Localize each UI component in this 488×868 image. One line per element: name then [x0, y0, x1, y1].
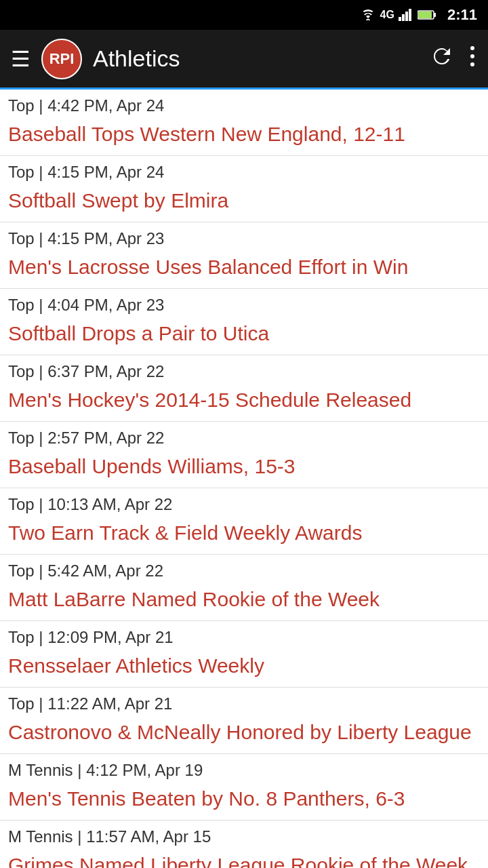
svg-rect-0	[399, 17, 401, 21]
app-logo: RPI	[41, 39, 82, 79]
status-icons: 4G	[360, 9, 436, 21]
news-item: Top | 4:04 PM, Apr 23Softball Drops a Pa…	[0, 289, 488, 355]
news-meta: Top | 4:15 PM, Apr 23	[0, 222, 488, 251]
app-bar: ☰ RPI Athletics	[0, 30, 488, 90]
news-title[interactable]: Softball Swept by Elmira	[0, 184, 488, 222]
app-bar-actions	[430, 44, 477, 74]
menu-icon[interactable]: ☰	[11, 46, 30, 72]
signal-icon	[399, 9, 413, 21]
news-meta: Top | 4:04 PM, Apr 23	[0, 289, 488, 317]
news-title[interactable]: Matt LaBarre Named Rookie of the Week	[0, 583, 488, 620]
news-item: Top | 5:42 AM, Apr 22Matt LaBarre Named …	[0, 555, 488, 621]
wifi-icon	[360, 9, 376, 21]
news-meta: Top | 5:42 AM, Apr 22	[0, 555, 488, 583]
news-title[interactable]: Softball Drops a Pair to Utica	[0, 317, 488, 355]
network-indicator: 4G	[380, 9, 394, 21]
status-time: 2:11	[447, 6, 477, 24]
news-item: Top | 4:15 PM, Apr 23Men's Lacrosse Uses…	[0, 222, 488, 289]
news-title[interactable]: Men's Tennis Beaten by No. 8 Panthers, 6…	[0, 783, 488, 820]
news-item: Top | 4:42 PM, Apr 24Baseball Tops Weste…	[0, 90, 488, 156]
news-item: Top | 10:13 AM, Apr 22Two Earn Track & F…	[0, 488, 488, 555]
news-title[interactable]: Castronovo & McNeally Honored by Liberty…	[0, 716, 488, 753]
news-title[interactable]: Rensselaer Athletics Weekly	[0, 650, 488, 687]
news-item: Top | 4:15 PM, Apr 24Softball Swept by E…	[0, 156, 488, 222]
news-item: M Tennis | 4:12 PM, Apr 19Men's Tennis B…	[0, 754, 488, 821]
svg-rect-2	[405, 12, 408, 21]
news-title[interactable]: Baseball Upends Williams, 15-3	[0, 450, 488, 488]
news-meta: Top | 4:15 PM, Apr 24	[0, 156, 488, 184]
news-meta: Top | 6:37 PM, Apr 22	[0, 355, 488, 384]
news-meta: Top | 10:13 AM, Apr 22	[0, 488, 488, 517]
news-title[interactable]: Grimes Named Liberty League Rookie of th…	[0, 849, 488, 868]
news-meta: Top | 4:42 PM, Apr 24	[0, 90, 488, 118]
svg-rect-1	[402, 14, 405, 21]
app-title: Athletics	[93, 45, 430, 72]
news-list: Top | 4:42 PM, Apr 24Baseball Tops Weste…	[0, 90, 488, 868]
news-meta: Top | 2:57 PM, Apr 22	[0, 422, 488, 450]
news-item: Top | 6:37 PM, Apr 22Men's Hockey's 2014…	[0, 355, 488, 422]
news-meta: M Tennis | 4:12 PM, Apr 19	[0, 754, 488, 783]
svg-rect-3	[409, 9, 411, 21]
more-options-icon[interactable]	[468, 44, 477, 74]
news-meta: Top | 11:22 AM, Apr 21	[0, 688, 488, 716]
news-title[interactable]: Two Earn Track & Field Weekly Awards	[0, 517, 488, 554]
news-item: M Tennis | 11:57 AM, Apr 15Grimes Named …	[0, 821, 488, 868]
news-item: Top | 11:22 AM, Apr 21Castronovo & McNea…	[0, 688, 488, 754]
refresh-icon[interactable]	[430, 44, 454, 74]
news-title[interactable]: Men's Lacrosse Uses Balanced Effort in W…	[0, 251, 488, 288]
news-title[interactable]: Men's Hockey's 2014-15 Schedule Released	[0, 384, 488, 421]
svg-point-8	[470, 54, 474, 58]
news-meta: Top | 12:09 PM, Apr 21	[0, 621, 488, 650]
news-item: Top | 12:09 PM, Apr 21Rensselaer Athleti…	[0, 621, 488, 688]
news-title[interactable]: Baseball Tops Western New England, 12-11	[0, 118, 488, 155]
battery-icon	[418, 9, 436, 20]
svg-point-9	[470, 62, 474, 66]
svg-rect-5	[418, 12, 432, 18]
news-item: Top | 2:57 PM, Apr 22Baseball Upends Wil…	[0, 422, 488, 488]
svg-point-7	[470, 46, 474, 50]
status-bar: 4G 2:11	[0, 0, 488, 30]
news-meta: M Tennis | 11:57 AM, Apr 15	[0, 821, 488, 849]
svg-rect-6	[434, 13, 436, 17]
